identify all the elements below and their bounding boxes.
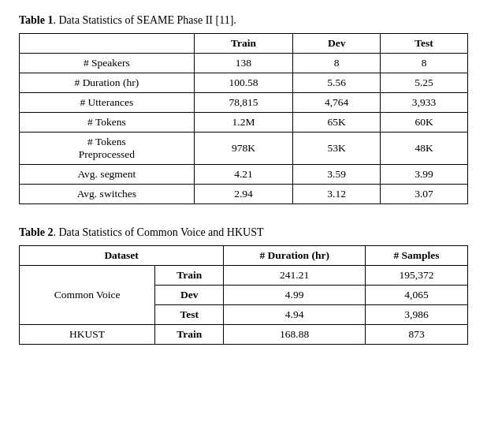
table2-caption: Table 2. Data Statistics of Common Voice… <box>19 226 468 239</box>
table1-test-val: 8 <box>381 54 468 73</box>
table1-train-val: 138 <box>194 54 292 73</box>
table-row: # Utterances78,8154,7643,933 <box>20 93 468 113</box>
table1-caption-text: . Data Statistics of SEAME Phase II [11]… <box>53 14 236 26</box>
table2-split-name: Train <box>155 325 224 345</box>
table2-dataset-name: Common Voice <box>20 266 155 325</box>
table2-caption-text: . Data Statistics of Common Voice and HK… <box>53 226 263 238</box>
table1-header-row: Train Dev Test <box>20 34 468 54</box>
table1-row-label: Avg. switches <box>20 185 195 204</box>
table1-test-val: 48K <box>381 133 468 165</box>
table-row: Avg. switches2.943.123.07 <box>20 185 468 204</box>
table-row: # Speakers13888 <box>20 54 468 73</box>
table1-dev-val: 53K <box>293 133 381 165</box>
table1-col-dev: Dev <box>293 34 381 54</box>
table-row: # TokensPreprocessed978K53K48K <box>20 133 468 165</box>
table2-header-row: Dataset # Duration (hr) # Samples <box>20 246 468 266</box>
table-row: # Duration (hr)100.585.565.25 <box>20 73 468 93</box>
table1-dev-val: 65K <box>293 113 381 133</box>
table2-duration-val: 4.94 <box>224 305 366 325</box>
table1-train-val: 100.58 <box>194 73 292 93</box>
table2-duration-val: 4.99 <box>224 286 366 305</box>
table2-split-name: Dev <box>155 286 224 305</box>
table2-samples-val: 4,065 <box>366 286 468 305</box>
table2-samples-val: 195,372 <box>366 266 468 286</box>
table1-caption-label: Table 1 <box>19 14 53 26</box>
table2-caption-label: Table 2 <box>19 226 53 238</box>
table1-train-val: 4.21 <box>194 165 292 185</box>
table1-train-val: 2.94 <box>194 185 292 204</box>
table1-train-val: 78,815 <box>194 93 292 113</box>
table2-split-name: Train <box>155 266 224 286</box>
table1-row-label: # Utterances <box>20 93 195 113</box>
table2-split-name: Test <box>155 305 224 325</box>
table2-col-duration: # Duration (hr) <box>224 246 366 266</box>
table1-test-val: 3.99 <box>381 165 468 185</box>
table2-dataset-name: HKUST <box>20 325 155 345</box>
table1-row-label: # TokensPreprocessed <box>20 133 195 165</box>
table1-row-label: # Speakers <box>20 54 195 73</box>
table1-test-val: 3.07 <box>381 185 468 204</box>
table2-duration-val: 168.88 <box>224 325 366 345</box>
table1-dev-val: 8 <box>293 54 381 73</box>
table2-col-dataset: Dataset <box>20 246 224 266</box>
table2-section: Table 2. Data Statistics of Common Voice… <box>19 226 468 345</box>
table1-dev-val: 5.56 <box>293 73 381 93</box>
table2-duration-val: 241.21 <box>224 266 366 286</box>
table1-test-val: 5.25 <box>381 73 468 93</box>
table1-dev-val: 3.59 <box>293 165 381 185</box>
table1: Train Dev Test # Speakers13888# Duration… <box>19 33 468 204</box>
table1-section: Table 1. Data Statistics of SEAME Phase … <box>19 14 468 204</box>
table1-row-label: # Duration (hr) <box>20 73 195 93</box>
table2-col-samples: # Samples <box>366 246 468 266</box>
table1-col-train: Train <box>194 34 292 54</box>
table2-samples-val: 873 <box>366 325 468 345</box>
table1-row-label: Avg. segment <box>20 165 195 185</box>
table1-train-val: 978K <box>194 133 292 165</box>
table1-col-test: Test <box>381 34 468 54</box>
table-row: Avg. segment4.213.593.99 <box>20 165 468 185</box>
table1-train-val: 1.2M <box>194 113 292 133</box>
table2-samples-val: 3,986 <box>366 305 468 325</box>
table1-caption: Table 1. Data Statistics of SEAME Phase … <box>19 14 468 27</box>
table1-row-label: # Tokens <box>20 113 195 133</box>
table-row: # Tokens1.2M65K60K <box>20 113 468 133</box>
table-row: Common VoiceTrain241.21195,372 <box>20 266 468 286</box>
table1-test-val: 60K <box>381 113 468 133</box>
table1-dev-val: 4,764 <box>293 93 381 113</box>
table1-dev-val: 3.12 <box>293 185 381 204</box>
table-row: HKUSTTrain168.88873 <box>20 325 468 345</box>
table1-col-empty <box>20 34 195 54</box>
table1-test-val: 3,933 <box>381 93 468 113</box>
table2: Dataset # Duration (hr) # Samples Common… <box>19 245 468 345</box>
